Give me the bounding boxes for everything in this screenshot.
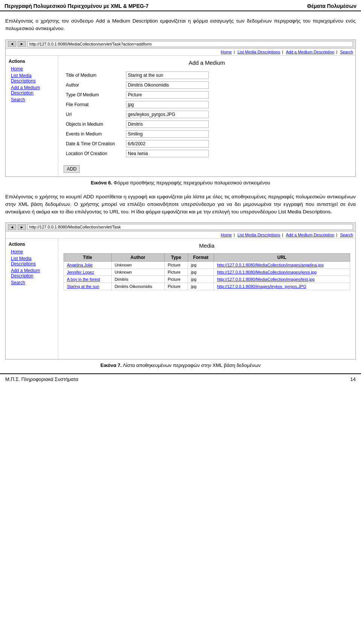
form-row: Url: [64, 110, 350, 119]
footer-left: Μ.Π.Σ. Πληροφοριακά Συστήματα: [5, 376, 78, 382]
form-input-2[interactable]: [126, 91, 209, 99]
app-navbar-2: Home | List Media Descriptions | Add a M…: [6, 231, 355, 239]
media-col-header: Format: [188, 254, 214, 262]
form-label: Author: [64, 80, 124, 90]
form-value[interactable]: [124, 100, 350, 110]
form-label: Title of Medium: [64, 70, 124, 80]
form-value[interactable]: [124, 129, 350, 139]
media-title-cell[interactable]: Jennifer Lopez: [64, 269, 112, 276]
form-value[interactable]: [124, 70, 350, 80]
media-table-row: A boy in the forest Dimitris Picture jpg…: [64, 276, 350, 283]
media-type-cell: Picture: [164, 276, 188, 283]
form-label: File Format: [64, 100, 124, 110]
add-button[interactable]: ADD: [64, 165, 80, 173]
nav-list-2[interactable]: List Media Descriptions: [237, 233, 280, 237]
media-type-cell: Picture: [164, 269, 188, 276]
media-type-cell: Picture: [164, 262, 188, 269]
sidebar-nav-2: Home List Media Descriptions Add a Mediu…: [9, 249, 55, 285]
page-footer: Μ.Π.Σ. Πληροφοριακά Συστήματα 14: [0, 373, 361, 384]
page-title: Περιγραφή Πολυμεσικού Περιεχομένου με XM…: [5, 3, 149, 9]
forward-button[interactable]: ►: [18, 41, 26, 47]
media-table-header-row: TitleAuthorTypeFormatURL: [64, 254, 350, 262]
media-format-cell: jpg: [188, 262, 214, 269]
form-value[interactable]: [124, 139, 350, 149]
nav-add-2[interactable]: Add a Medium Description: [286, 233, 334, 237]
page-header: Περιγραφή Πολυμεσικού Περιεχομένου με XM…: [0, 0, 361, 11]
sidebar-title-2: Actions: [9, 242, 55, 247]
sidebar-item-search-1[interactable]: Search: [11, 97, 55, 102]
form-row: Location Of Creation: [64, 149, 350, 158]
form-label: Date & Time Of Creation: [64, 139, 124, 149]
media-table-row: Jennifer Lopez Unknown Picture jpg http:…: [64, 269, 350, 276]
sidebar-item-list-1[interactable]: List Media Descriptions: [11, 73, 55, 84]
browser-body-2: Actions Home List Media Descriptions Add…: [6, 239, 355, 359]
media-title-cell[interactable]: Angelina Jolie: [64, 262, 112, 269]
form-input-7[interactable]: [126, 140, 209, 148]
form-input-1[interactable]: [126, 81, 209, 89]
form-title: Add a Medium: [64, 59, 350, 66]
sidebar-item-home-2[interactable]: Home: [11, 249, 55, 254]
media-title-cell[interactable]: Staring at the sun: [64, 283, 112, 290]
figure-caption-2: Εικόνα 7. Λίστα αποθηκευμένων περιγραφών…: [5, 362, 356, 368]
media-author-cell: Unknown: [111, 262, 164, 269]
address-bar-1[interactable]: [27, 41, 353, 47]
media-author-cell: Unknown: [111, 269, 164, 276]
form-row: Author: [64, 80, 350, 90]
sidebar-item-search-2[interactable]: Search: [11, 280, 55, 285]
media-author-cell: Dimitris Oikonomidis: [111, 283, 164, 290]
browser-window-1: ◄ ► Home | List Media Descriptions | Add…: [5, 40, 356, 177]
media-url-cell[interactable]: http://127.0.0.1:8080/images/leykos_pyrg…: [214, 283, 350, 290]
sidebar-item-list-2[interactable]: List Media Descriptions: [11, 256, 55, 266]
browser-body-1: Actions Home List Media Descriptions Add…: [6, 56, 355, 177]
form-content: Add a Medium Title of Medium Author Type…: [58, 56, 355, 177]
form-input-4[interactable]: [126, 111, 209, 118]
media-author-cell: Dimitris: [111, 276, 164, 283]
sidebar-2: Actions Home List Media Descriptions Add…: [6, 239, 58, 359]
media-url-cell[interactable]: http://127.0.0.1:8080/MediaCollection/im…: [214, 276, 350, 283]
form-value[interactable]: [124, 119, 350, 129]
figure-caption-1: Εικόνα 6. Φόρμα προσθήκης περιγραφής περ…: [5, 180, 356, 186]
media-col-header: URL: [214, 254, 350, 262]
form-input-3[interactable]: [126, 101, 209, 108]
form-row: Type Of Medium: [64, 90, 350, 100]
media-type-cell: Picture: [164, 283, 188, 290]
media-format-cell: jpg: [188, 276, 214, 283]
nav-home-2[interactable]: Home: [221, 233, 232, 237]
media-title-cell[interactable]: A boy in the forest: [64, 276, 112, 283]
sidebar-1: Actions Home List Media Descriptions Add…: [6, 56, 58, 177]
back-button[interactable]: ◄: [8, 41, 16, 47]
sidebar-item-add-1[interactable]: Add a Medium Description: [11, 85, 55, 96]
media-col-header: Title: [64, 254, 112, 262]
media-url-cell[interactable]: http://127.0.0.1:8080/MediaCollection/im…: [214, 269, 350, 276]
nav-list-1[interactable]: List Media Descriptions: [237, 50, 280, 54]
media-list-title: Media: [64, 242, 350, 249]
nav-search-1[interactable]: Search: [340, 50, 353, 54]
nav-add-1[interactable]: Add a Medium Description: [286, 50, 334, 54]
address-bar-2[interactable]: [27, 224, 353, 230]
nav-home-1[interactable]: Home: [221, 50, 232, 54]
sidebar-item-add-2[interactable]: Add a Medium Description: [11, 268, 55, 279]
media-list-content: Media TitleAuthorTypeFormatURL Angelina …: [58, 239, 355, 359]
form-input-6[interactable]: [126, 130, 209, 138]
form-value[interactable]: [124, 149, 350, 158]
form-input-0[interactable]: [126, 72, 209, 79]
paragraph-2: Επιλέγοντας ο χρήστης το κουμπί ADD προσ…: [0, 191, 361, 220]
form-value[interactable]: [124, 80, 350, 90]
media-table-row: Angelina Jolie Unknown Picture jpg http:…: [64, 262, 350, 269]
form-row: Title of Medium: [64, 70, 350, 80]
form-row: Objects in Medium: [64, 119, 350, 129]
back-button-2[interactable]: ◄: [8, 224, 16, 230]
forward-button-2[interactable]: ►: [18, 224, 26, 230]
form-value[interactable]: [124, 90, 350, 100]
page-header-right: Θέματα Πολυμέσων: [307, 3, 356, 9]
form-input-8[interactable]: [126, 150, 209, 157]
nav-search-2[interactable]: Search: [340, 233, 353, 237]
form-value[interactable]: [124, 110, 350, 119]
form-input-5[interactable]: [126, 120, 209, 128]
sidebar-title-1: Actions: [9, 59, 55, 64]
sidebar-item-home-1[interactable]: Home: [11, 66, 55, 72]
media-table-row: Staring at the sun Dimitris Oikonomidis …: [64, 283, 350, 290]
media-col-header: Type: [164, 254, 188, 262]
media-url-cell[interactable]: http://127.0.0.1:8080/MediaCollection/im…: [214, 262, 350, 269]
media-format-cell: jpg: [188, 283, 214, 290]
